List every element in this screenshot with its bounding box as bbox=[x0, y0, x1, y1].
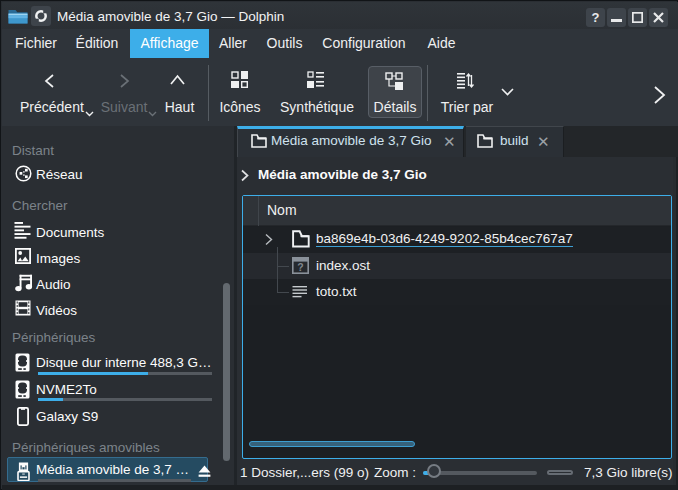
svg-text:?: ? bbox=[297, 261, 303, 273]
